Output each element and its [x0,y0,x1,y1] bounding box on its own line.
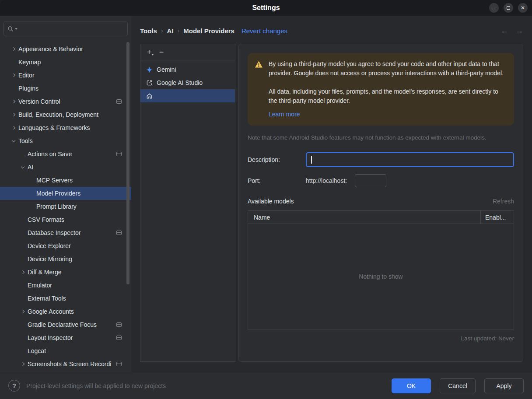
question-mark-icon: ? [12,382,16,389]
port-label: Port: [248,177,306,184]
sidebar-item-label: Prompt Library [36,203,77,210]
minimize-button[interactable] [489,3,499,13]
settings-search[interactable] [4,21,128,36]
sidebar-item-device-mirroring[interactable]: Device Mirroring [0,252,131,266]
gemini-icon [146,66,153,73]
chevron-right-icon[interactable] [9,42,18,56]
add-provider-button[interactable]: + [143,46,155,58]
minimize-icon [492,9,496,10]
sidebar-scrollbar[interactable] [126,42,130,284]
sidebar-item-prompt-library[interactable]: Prompt Library [0,200,131,213]
tree-spacer [18,344,28,357]
breadcrumb-tools[interactable]: Tools [140,27,157,35]
search-history-chevron-icon [15,28,18,30]
sidebar-item-screenshots-screen-recordings[interactable]: Screenshots & Screen Recordi [0,357,131,371]
sidebar-item-gradle-declarative-focus[interactable]: Gradle Declarative Focus [0,318,131,331]
sidebar-item-languages-frameworks[interactable]: Languages & Frameworks [0,121,131,134]
sidebar-item-device-explorer[interactable]: Device Explorer [0,239,131,252]
description-input[interactable] [306,152,514,167]
remove-provider-button[interactable]: − [155,46,168,58]
third-party-warning-banner: By using a third-party model you agree t… [248,53,514,126]
project-settings-icon [116,152,122,156]
chevron-right-icon[interactable] [9,121,18,134]
tree-spacer [27,174,36,187]
close-button[interactable]: ✕ [518,3,528,13]
settings-sidebar: Appearance & Behavior Keymap Editor Plug… [0,16,131,372]
chevron-right-icon[interactable] [18,305,28,318]
sidebar-item-csv-formats[interactable]: CSV Formats [0,213,131,226]
sidebar-item-plugins[interactable]: Plugins [0,82,131,95]
apply-button[interactable]: Apply [484,378,524,393]
provider-item-google-ai-studio[interactable]: Google AI Studio [140,76,235,89]
ok-button[interactable]: OK [392,378,431,393]
breadcrumb-separator: › [161,27,163,34]
models-table-header: Name Enabl... [248,211,514,224]
tree-spacer [18,147,28,161]
learn-more-link[interactable]: Learn more [269,110,300,119]
breadcrumb-ai[interactable]: AI [167,27,174,35]
chevron-right-icon[interactable] [18,266,28,279]
sidebar-item-ai[interactable]: AI [0,161,131,174]
tree-spacer [9,56,18,69]
tree-spacer [27,187,36,200]
google-ai-studio-icon [146,79,153,86]
description-field-wrap [306,152,514,167]
cancel-button[interactable]: Cancel [440,378,476,393]
providers-panel: + − Gemini [140,44,235,362]
localhost-prefix: http://localhost: [306,177,347,184]
home-icon [146,92,153,99]
tree-spacer [18,279,28,292]
sidebar-item-layout-inspector[interactable]: Layout Inspector [0,331,131,344]
chevron-right-icon[interactable] [9,69,18,82]
help-button[interactable]: ? [8,380,20,392]
close-icon: ✕ [521,5,525,10]
description-label: Description: [248,156,306,163]
sidebar-item-label: Tools [18,137,33,144]
chevron-down-icon[interactable] [9,134,18,147]
revert-changes-link[interactable]: Revert changes [242,27,287,35]
sidebar-item-external-tools[interactable]: External Tools [0,292,131,305]
sidebar-item-tools[interactable]: Tools [0,134,131,147]
sidebar-item-build-execution-deployment[interactable]: Build, Execution, Deployment [0,108,131,121]
history-nav: ← → [500,26,523,35]
empty-table-message: Nothing to show [359,273,402,280]
sidebar-item-appearance-behavior[interactable]: Appearance & Behavior [0,42,131,56]
titlebar: Settings ✕ [0,0,532,16]
chevron-down-icon[interactable] [18,161,28,174]
sidebar-item-editor[interactable]: Editor [0,69,131,82]
chevron-right-icon[interactable] [9,95,18,108]
footer-hint: Project-level settings will be applied t… [26,382,166,389]
sidebar-item-label: Languages & Frameworks [18,124,90,131]
sidebar-item-label: Google Accounts [28,308,74,315]
back-icon[interactable]: ← [500,26,508,35]
sidebar-item-diff-merge[interactable]: Diff & Merge [0,266,131,279]
minus-icon: − [159,48,164,57]
sidebar-item-database-inspector[interactable]: Database Inspector [0,226,131,239]
search-icon [7,26,14,32]
sidebar-item-emulator[interactable]: Emulator [0,279,131,292]
provider-item-gemini[interactable]: Gemini [140,63,235,76]
sidebar-item-version-control[interactable]: Version Control [0,95,131,108]
sidebar-item-google-accounts[interactable]: Google Accounts [0,305,131,318]
sidebar-item-logcat[interactable]: Logcat [0,344,131,357]
models-table-body: Nothing to show [248,224,514,329]
port-input[interactable] [355,174,386,187]
provider-item-new[interactable] [140,89,235,102]
warning-text: By using a third-party model you agree t… [269,60,507,119]
chevron-right-icon[interactable] [9,108,18,121]
sidebar-item-mcp-servers[interactable]: MCP Servers [0,174,131,187]
project-settings-icon [116,322,122,327]
description-row: Description: [248,152,514,167]
refresh-button[interactable]: Refresh [493,198,514,205]
sidebar-item-keymap[interactable]: Keymap [0,56,131,69]
tree-spacer [18,318,28,331]
maximize-button[interactable] [504,3,513,13]
available-models-row: Available models Refresh [248,198,514,205]
sidebar-item-label: Device Explorer [28,242,71,249]
search-input[interactable] [21,25,124,32]
sidebar-item-actions-on-save[interactable]: Actions on Save [0,147,131,161]
chevron-right-icon[interactable] [18,357,28,371]
sidebar-item-label: Editor [18,72,35,79]
sidebar-item-model-providers[interactable]: Model Providers [0,187,131,200]
forward-icon[interactable]: → [515,26,523,35]
